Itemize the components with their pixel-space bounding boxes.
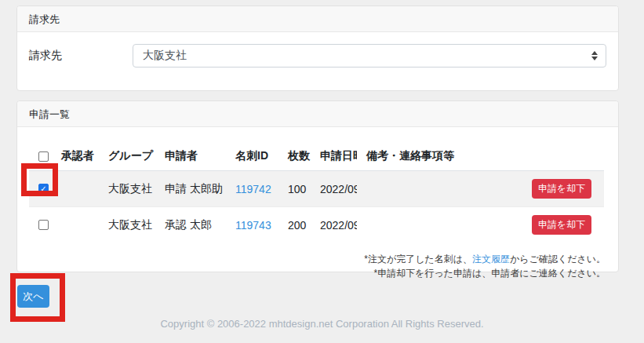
cell-applicant: 承認 太郎 [155, 207, 226, 243]
cell-group: 大阪支社 [99, 207, 155, 243]
billing-label: 請求先 [29, 49, 133, 63]
card-id-link[interactable]: 119742 [235, 183, 271, 195]
cell-remarks [357, 207, 522, 243]
cell-quantity: 200 [278, 207, 311, 243]
column-header-action [522, 139, 604, 171]
notes: *注文が完了した名刺は、注文履歴からご確認ください。 *申請却下を行った申請は、… [17, 252, 606, 280]
card-id-link[interactable]: 119743 [235, 219, 271, 232]
billing-form-row: 請求先 大阪支社 [17, 32, 618, 79]
select-all-checkbox[interactable]: ✓ [38, 151, 49, 162]
cell-approver [52, 171, 99, 207]
cell-approver [52, 207, 99, 243]
column-header-card-id: 名刺ID [226, 139, 278, 171]
applications-table: ✓ 承認者 グループ 申請者 名刺ID 枚数 申請日時 備考・連絡事項等 ✓ 大… [29, 139, 604, 243]
billing-select-value: 大阪支社 [143, 49, 187, 63]
column-header-quantity: 枚数 [278, 139, 311, 171]
table-header-row: ✓ 承認者 グループ 申請者 名刺ID 枚数 申請日時 備考・連絡事項等 [29, 139, 604, 171]
column-header-applicant: 申請者 [155, 139, 226, 171]
column-header-approver: 承認者 [52, 139, 99, 171]
reject-button[interactable]: 申請を却下 [532, 179, 591, 199]
reject-button[interactable]: 申請を却下 [532, 215, 591, 235]
row-checkbox[interactable]: ✓ [38, 184, 49, 194]
cell-remarks [357, 171, 522, 207]
billing-select[interactable]: 大阪支社 [133, 44, 606, 68]
table-row: ✓ 大阪支社 承認 太郎 119743 200 2022/09/21 16:54… [29, 207, 604, 243]
next-button[interactable]: 次へ [17, 285, 49, 308]
cell-datetime: 2022/09/21 16:54 [311, 207, 357, 243]
copyright: Copyright © 2006-2022 mhtdesign.net Corp… [0, 318, 644, 330]
cell-applicant: 申請 太郎助 [155, 171, 226, 207]
billing-card: 請求先 請求先 大阪支社 [16, 5, 619, 91]
cell-quantity: 100 [278, 171, 311, 207]
table-row: ✓ 大阪支社 申請 太郎助 119742 100 2022/09/21 16:5… [29, 171, 604, 207]
cell-datetime: 2022/09/21 16:54 [311, 171, 357, 207]
cell-group: 大阪支社 [99, 171, 155, 207]
select-caret-icon [591, 51, 598, 60]
column-header-datetime: 申請日時 [311, 139, 357, 171]
column-header-remarks: 備考・連絡事項等 [357, 139, 522, 171]
applications-card-title: 申請一覧 [17, 101, 618, 127]
row-checkbox[interactable]: ✓ [38, 220, 49, 230]
note-line-2: *申請却下を行った申請は、申請者にご連絡ください。 [17, 266, 606, 280]
column-header-group: グループ [99, 139, 155, 171]
order-history-link[interactable]: 注文履歴 [472, 254, 510, 265]
note-line-1: *注文が完了した名刺は、注文履歴からご確認ください。 [17, 252, 606, 266]
applications-card: 申請一覧 ✓ 承認者 グループ 申請者 名刺ID 枚数 申請日時 備考・連絡事項… [16, 100, 619, 272]
billing-card-title: 請求先 [17, 6, 618, 32]
